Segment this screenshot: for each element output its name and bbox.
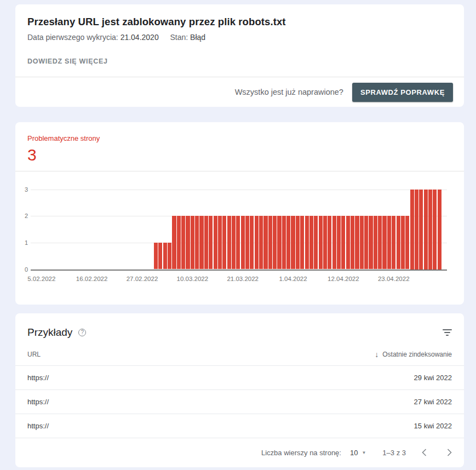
chart-bar[interactable] (305, 216, 309, 269)
chart-bar[interactable] (296, 216, 300, 269)
chart-bar[interactable] (222, 216, 226, 269)
chart-bar[interactable] (199, 216, 203, 269)
y-axis-tick-label: 1 (15, 239, 28, 246)
chart-bar[interactable] (241, 216, 245, 269)
issues-bar-chart: 01235.02.202216.02.202227.02.202210.03.2… (15, 190, 464, 297)
chart-bar[interactable] (277, 216, 281, 269)
chart-bar[interactable] (378, 216, 382, 269)
chart-bar[interactable] (387, 216, 391, 269)
chevron-left-icon[interactable] (417, 445, 431, 460)
y-axis-tick-label: 2 (15, 213, 28, 219)
examples-title: Przykłady (27, 326, 72, 339)
row-last-crawl: 29 kwi 2022 (414, 374, 452, 382)
column-header-last-crawl[interactable]: ↓ Ostatnie zindeksowanie (375, 351, 452, 358)
chart-bar[interactable] (428, 190, 432, 270)
chart-bar[interactable] (291, 216, 295, 269)
chart-bar[interactable] (397, 216, 400, 269)
x-axis-tick-label: 27.02.2022 (118, 276, 167, 282)
chart-bar[interactable] (424, 190, 428, 270)
chart-bar[interactable] (282, 216, 286, 269)
chevron-right-icon[interactable] (442, 445, 456, 460)
chart-bar[interactable] (227, 216, 231, 269)
table-row[interactable]: https:// 15 kwi 2022 (15, 414, 464, 438)
chart-bar[interactable] (410, 190, 414, 270)
chart-bar[interactable] (186, 216, 190, 269)
chart-bar[interactable] (214, 216, 217, 269)
chart-bar[interactable] (332, 216, 336, 269)
chart-bar[interactable] (355, 216, 359, 269)
chart-bar[interactable] (181, 216, 185, 269)
column-header-url[interactable]: URL (27, 351, 41, 358)
chart-bar[interactable] (263, 216, 267, 269)
chart-bar[interactable] (236, 216, 240, 269)
row-url[interactable]: https:// (27, 398, 49, 406)
row-url[interactable]: https:// (27, 374, 49, 382)
row-last-crawl: 15 kwi 2022 (414, 422, 452, 430)
chart-bar[interactable] (328, 216, 331, 269)
chart-bar[interactable] (154, 243, 158, 270)
chart-bar[interactable] (392, 216, 395, 269)
examples-card: Przykłady ? URL ↓ Ostatnie zindeksowanie… (15, 313, 464, 467)
chart-bar[interactable] (255, 216, 259, 269)
chart-bar[interactable] (218, 216, 222, 269)
chart-bar[interactable] (259, 216, 263, 269)
chart-bar[interactable] (369, 216, 372, 269)
chart-bar[interactable] (405, 216, 409, 269)
chart-bar[interactable] (245, 216, 249, 269)
chart-bar[interactable] (273, 216, 277, 269)
issue-main: Przesłany URL jest zablokowany przez pli… (15, 4, 464, 77)
table-row[interactable]: https:// 29 kwi 2022 (15, 366, 464, 390)
chart-bar[interactable] (351, 216, 354, 269)
help-icon[interactable]: ? (78, 329, 86, 336)
chart-bar[interactable] (360, 216, 364, 269)
row-last-crawl: 27 kwi 2022 (414, 398, 452, 406)
chart-bar[interactable] (172, 216, 176, 269)
chart-bar[interactable] (433, 190, 437, 270)
chart-bar[interactable] (268, 216, 272, 269)
chart-bar[interactable] (319, 216, 323, 269)
learn-more-link[interactable]: DOWIEDZ SIĘ WIĘCEJ (27, 58, 108, 65)
chart-bar[interactable] (250, 216, 254, 269)
chart-card-divider (15, 171, 464, 171)
chart-card: Problematyczne strony 3 01235.02.202216.… (15, 122, 464, 305)
chart-bar[interactable] (309, 216, 313, 269)
status-label: Stan: (170, 33, 188, 42)
chart-bar[interactable] (401, 216, 405, 269)
chart-bar[interactable] (382, 216, 386, 269)
chart-bar[interactable] (286, 216, 290, 269)
chart-bar[interactable] (337, 216, 341, 269)
validate-fix-button[interactable]: SPRAWDŹ POPRAWKĘ (352, 83, 453, 102)
chart-bar[interactable] (438, 190, 441, 270)
chart-bar[interactable] (177, 216, 181, 269)
chart-bar[interactable] (158, 243, 162, 270)
filter-icon[interactable] (441, 327, 453, 338)
chart-bar[interactable] (323, 216, 327, 269)
chart-bar[interactable] (204, 216, 208, 269)
chart-bar[interactable] (314, 216, 318, 269)
chart-bar[interactable] (346, 216, 350, 269)
rows-per-page-value: 10 (350, 449, 358, 457)
rows-per-page-select[interactable]: 10 ▼ (350, 449, 366, 457)
column-header-last-crawl-label: Ostatnie zindeksowanie (382, 351, 452, 358)
row-url[interactable]: https:// (27, 422, 49, 430)
chart-bar[interactable] (163, 243, 167, 270)
chart-bar[interactable] (415, 190, 418, 270)
x-axis-tick-label: 10.03.2022 (168, 276, 217, 282)
examples-header: Przykłady ? (15, 313, 464, 339)
chart-bar[interactable] (419, 190, 423, 270)
chart-bar[interactable] (209, 216, 213, 269)
table-row[interactable]: https:// 27 kwi 2022 (15, 390, 464, 414)
validation-question: Wszystko jest już naprawione? (235, 88, 343, 96)
chart-bar[interactable] (191, 216, 194, 269)
chart-bar[interactable] (374, 216, 377, 269)
chart-bar[interactable] (168, 243, 171, 270)
table-header-row: URL ↓ Ostatnie zindeksowanie (15, 339, 464, 366)
chart-bar[interactable] (232, 216, 236, 269)
gridline-3 (31, 190, 447, 190)
dropdown-arrow-icon: ▼ (362, 450, 366, 455)
chart-bar[interactable] (195, 216, 199, 269)
chart-bar[interactable] (364, 216, 368, 269)
y-axis-tick-label: 0 (15, 266, 28, 273)
chart-bar[interactable] (341, 216, 345, 269)
chart-bar[interactable] (300, 216, 304, 269)
